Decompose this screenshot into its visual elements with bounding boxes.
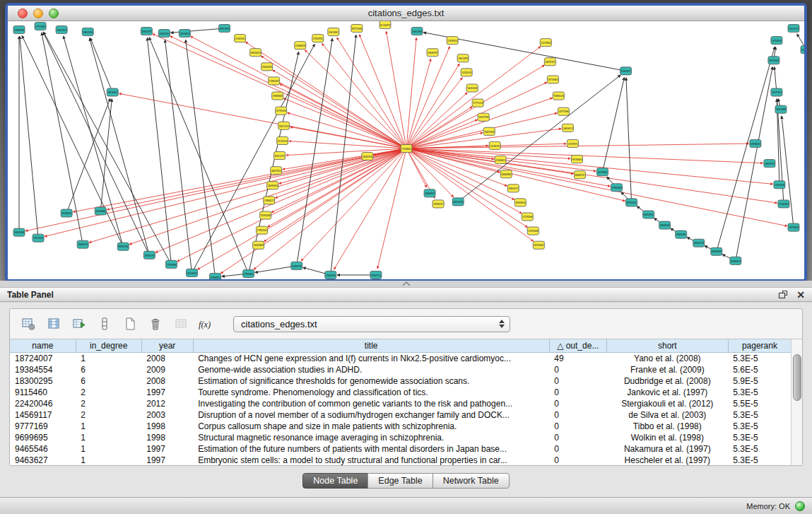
graph-edge[interactable]: [276, 148, 406, 198]
panel-splitter[interactable]: [0, 281, 812, 287]
graph-edge[interactable]: [458, 75, 620, 201]
table-row[interactable]: 1872400712008Changes of HCN gene express…: [10, 353, 792, 365]
graph-edge[interactable]: [73, 148, 406, 212]
tab-network-table[interactable]: Network Table: [433, 473, 510, 489]
graph-node[interactable]: 17240042: [401, 144, 412, 152]
graph-node[interactable]: 16974790: [478, 113, 489, 121]
graph-node[interactable]: 20811535: [219, 25, 230, 33]
graph-edge[interactable]: [90, 38, 150, 255]
graph-node[interactable]: 18026833: [250, 49, 261, 57]
graph-node[interactable]: 19462837: [620, 67, 632, 75]
scrollbar-thumb[interactable]: [793, 354, 801, 401]
graph-node[interactable]: 16179852: [596, 168, 608, 176]
column-header-in_degree[interactable]: in_degree: [76, 339, 141, 353]
column-header-name[interactable]: name: [10, 339, 76, 353]
graph-edge[interactable]: [264, 148, 406, 242]
graph-node[interactable]: 80965741: [574, 171, 585, 179]
graph-node[interactable]: 20046582: [500, 170, 512, 178]
graph-edge[interactable]: [90, 38, 112, 93]
row-height-icon[interactable]: [95, 315, 114, 334]
float-panel-icon[interactable]: [778, 290, 788, 299]
graph-node[interactable]: 22483342: [235, 35, 246, 42]
graph-node[interactable]: 17771210: [472, 99, 483, 107]
graph-node[interactable]: 17552069: [611, 184, 623, 192]
graph-node[interactable]: 18326514: [179, 30, 190, 37]
graph-node[interactable]: 19008741: [77, 240, 88, 248]
graph-node[interactable]: 16544781: [643, 211, 654, 218]
graph-node[interactable]: 95154026: [571, 156, 582, 163]
graph-node[interactable]: 12535408: [527, 227, 539, 235]
graph-edge[interactable]: [246, 42, 406, 148]
graph-node[interactable]: 12160193: [489, 141, 500, 149]
graph-node[interactable]: 20204425: [261, 63, 273, 71]
graph-edge[interactable]: [149, 37, 249, 274]
graph-node[interactable]: 19014981: [328, 28, 339, 36]
graph-node[interactable]: 18302564: [362, 153, 373, 160]
graph-node[interactable]: 17103582: [778, 200, 789, 208]
graph-node[interactable]: 20510637: [107, 88, 118, 96]
graph-edge[interactable]: [626, 78, 632, 202]
column-chooser-icon[interactable]: [44, 315, 63, 334]
table-row[interactable]: 911546021997Tourette syndrome. Phenomeno…: [10, 387, 792, 398]
graph-node[interactable]: 18538176: [143, 251, 155, 259]
graph-edge[interactable]: [322, 44, 406, 148]
graph-node[interactable]: 18635492: [267, 182, 278, 189]
new-document-icon[interactable]: [120, 315, 139, 334]
graph-node[interactable]: 17576408: [165, 260, 177, 268]
graph-node[interactable]: 18676430: [452, 198, 464, 206]
function-builder-icon[interactable]: f(x): [196, 315, 216, 334]
graph-edge[interactable]: [406, 93, 467, 148]
graph-node[interactable]: 42751926: [276, 107, 287, 115]
graph-node[interactable]: 16016413: [562, 124, 573, 132]
graph-node[interactable]: 12219504: [540, 39, 551, 47]
graph-node[interactable]: 18567213: [370, 271, 382, 279]
tab-edge-table[interactable]: Edge Table: [367, 473, 433, 489]
graph-node[interactable]: 18775390: [558, 107, 569, 115]
graph-node[interactable]: 10074928: [483, 127, 495, 135]
graph-node[interactable]: 18324662: [533, 241, 544, 249]
graph-node[interactable]: 18462095: [711, 247, 722, 255]
graph-edge[interactable]: [100, 99, 112, 211]
graph-node[interactable]: 92450613: [730, 257, 741, 264]
graph-edge[interactable]: [20, 37, 38, 238]
table-selector-dropdown[interactable]: citations_edges.txt: [233, 316, 510, 332]
graph-edge[interactable]: [406, 148, 772, 184]
table-vertical-scrollbar[interactable]: [791, 339, 802, 465]
graph-node[interactable]: 55910284: [768, 57, 779, 64]
graph-edge[interactable]: [198, 148, 406, 269]
graph-node[interactable]: 17594163: [257, 226, 268, 234]
graph-node[interactable]: 25260514: [61, 209, 72, 217]
graph-edge[interactable]: [406, 144, 566, 148]
graph-node[interactable]: 31586227: [264, 197, 275, 204]
table-row[interactable]: 1830029562008Estimation of significance …: [10, 375, 792, 387]
graph-node[interactable]: 17586521: [210, 273, 221, 279]
graph-edge[interactable]: [377, 148, 406, 269]
graph-node[interactable]: 18544237: [507, 185, 519, 192]
graph-edge[interactable]: [66, 98, 110, 213]
graph-edge[interactable]: [360, 35, 406, 148]
close-panel-icon[interactable]: ✕: [796, 290, 805, 300]
graph-node[interactable]: 20810278: [141, 28, 152, 35]
graph-node[interactable]: 18143650: [775, 105, 787, 113]
graph-node[interactable]: 19612408: [411, 28, 423, 35]
graph-node[interactable]: 16044378: [693, 239, 705, 247]
column-header-out_degree[interactable]: △ out_de...: [549, 339, 606, 353]
table-row[interactable]: 946554611997Estimation of the future num…: [10, 443, 792, 455]
graph-node[interactable]: 18324935: [186, 269, 197, 276]
tab-node-table[interactable]: Node Table: [302, 473, 368, 489]
table-row[interactable]: 1456911722003Disruption of a novel membe…: [10, 409, 792, 421]
graph-node[interactable]: 19008356: [13, 26, 25, 34]
table-row[interactable]: 969969511998Structural magnetic resonanc…: [10, 432, 792, 443]
graph-node[interactable]: 19734903: [547, 76, 558, 83]
graph-node[interactable]: 17017843: [33, 234, 44, 242]
graph-edge[interactable]: [271, 148, 406, 212]
graph-edge[interactable]: [602, 78, 624, 172]
graph-edge[interactable]: [147, 38, 171, 264]
minimize-window-button[interactable]: [33, 8, 43, 18]
graph-edge[interactable]: [297, 39, 333, 266]
graph-node[interactable]: 18223147: [788, 25, 799, 33]
graph-node[interactable]: 19150463: [771, 37, 782, 45]
table-row[interactable]: 946362711997Embryonic stem cells: a mode…: [10, 455, 792, 465]
graph-node[interactable]: 16364170: [291, 262, 302, 269]
graph-edge[interactable]: [406, 148, 610, 187]
